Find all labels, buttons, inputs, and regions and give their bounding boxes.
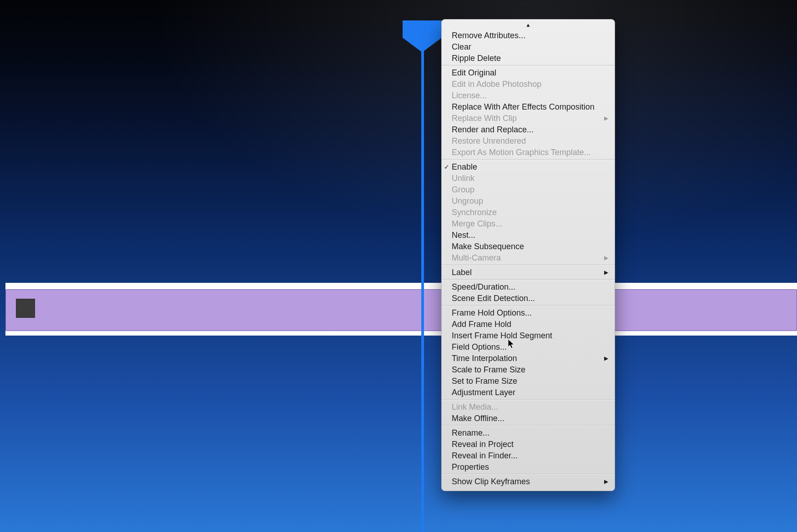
menu-item-render-and-replace[interactable]: Render and Replace... (442, 124, 615, 135)
menu-item-set-to-frame-size[interactable]: Set to Frame Size (442, 375, 615, 386)
menu-item-scale-to-frame-size[interactable]: Scale to Frame Size (442, 364, 615, 375)
menu-item-label: Time Interpolation (452, 354, 517, 363)
menu-item-add-frame-hold[interactable]: Add Frame Hold (442, 318, 615, 330)
menu-item-label: Multi-Camera (452, 253, 501, 262)
menu-item-label: Link Media... (452, 402, 498, 412)
check-icon: ✓ (444, 162, 450, 171)
menu-item-adjustment-layer[interactable]: Adjustment Layer (442, 386, 615, 398)
menu-item-restore-unrendered: Restore Unrendered (442, 135, 615, 146)
menu-item-label: Reveal in Finder... (452, 451, 518, 460)
menu-item-edit-original[interactable]: Edit Original (442, 67, 615, 78)
menu-item-label[interactable]: Label▶ (442, 266, 615, 278)
menu-item-remove-attributes[interactable]: Remove Attributes... (442, 30, 615, 41)
menu-item-ripple-delete[interactable]: Ripple Delete (442, 52, 615, 64)
menu-scroll-up-icon[interactable]: ▲ (442, 21, 615, 30)
menu-item-label: Enable (452, 162, 477, 171)
menu-item-label: Make Offline... (452, 414, 504, 423)
menu-item-export-as-motion-graphics-template: Export As Motion Graphics Template... (442, 146, 615, 158)
menu-item-clear[interactable]: Clear (442, 41, 615, 52)
menu-item-label: Label (452, 268, 472, 277)
menu-item-label: Make Subsequence (452, 242, 524, 251)
menu-separator (442, 159, 615, 160)
menu-item-label: Set to Frame Size (452, 376, 517, 386)
menu-item-reveal-in-finder[interactable]: Reveal in Finder... (442, 450, 615, 461)
app-background (0, 0, 797, 532)
menu-item-label: Merge Clips... (452, 219, 502, 228)
menu-item-label: Field Options... (452, 342, 507, 351)
menu-item-enable[interactable]: ✓Enable (442, 161, 615, 172)
menu-item-nest[interactable]: Nest... (442, 229, 615, 241)
clip-context-menu[interactable]: ▲ Remove Attributes...ClearRipple Delete… (441, 19, 615, 491)
menu-item-group: Group (442, 184, 615, 195)
menu-item-label: Replace With Clip (452, 114, 517, 123)
menu-item-label: Nest... (452, 231, 475, 240)
menu-item-merge-clips: Merge Clips... (442, 218, 615, 229)
menu-item-label: Render and Replace... (452, 125, 534, 134)
menu-item-label: Ungroup (452, 196, 483, 206)
menu-item-label: Group (452, 185, 474, 194)
menu-separator (442, 399, 615, 400)
submenu-arrow-icon: ▶ (604, 477, 608, 486)
submenu-arrow-icon: ▶ (604, 114, 608, 123)
menu-item-label: Edit in Adobe Photoshop (452, 80, 541, 89)
menu-item-ungroup: Ungroup (442, 195, 615, 206)
timeline-clip[interactable] (5, 289, 797, 331)
menu-item-label: Insert Frame Hold Segment (452, 331, 552, 340)
menu-separator (442, 65, 615, 65)
menu-item-label: Remove Attributes... (452, 31, 525, 40)
menu-item-label: Rename... (452, 428, 489, 437)
menu-item-label: Properties (452, 462, 489, 472)
menu-item-speed-duration[interactable]: Speed/Duration... (442, 281, 615, 292)
menu-item-label: Restore Unrendered (452, 136, 526, 146)
menu-item-field-options[interactable]: Field Options... (442, 341, 615, 352)
menu-item-rename[interactable]: Rename... (442, 427, 615, 438)
menu-item-frame-hold-options[interactable]: Frame Hold Options... (442, 307, 615, 318)
menu-item-label: Frame Hold Options... (452, 308, 532, 317)
menu-separator (442, 279, 615, 280)
menu-item-label: Speed/Duration... (452, 282, 515, 291)
menu-item-label: Add Frame Hold (452, 320, 511, 329)
menu-separator (442, 305, 615, 306)
menu-item-multi-camera: Multi-Camera▶ (442, 252, 615, 263)
menu-item-unlink: Unlink (442, 172, 615, 184)
menu-separator (442, 425, 615, 426)
menu-item-license: License... (442, 90, 615, 101)
menu-separator (442, 265, 615, 265)
menu-item-label: Scale to Frame Size (452, 365, 525, 374)
menu-item-label: Ripple Delete (452, 54, 501, 63)
menu-item-show-clip-keyframes[interactable]: Show Clip Keyframes▶ (442, 476, 615, 487)
menu-item-label: Synchronize (452, 208, 497, 217)
menu-item-label: Clear (452, 42, 471, 51)
menu-item-insert-frame-hold-segment[interactable]: Insert Frame Hold Segment (442, 330, 615, 341)
menu-item-edit-in-adobe-photoshop: Edit in Adobe Photoshop (442, 78, 615, 90)
menu-separator (442, 474, 615, 474)
menu-item-label: Edit Original (452, 68, 496, 77)
menu-item-make-offline[interactable]: Make Offline... (442, 412, 615, 424)
menu-item-synchronize: Synchronize (442, 206, 615, 218)
menu-item-time-interpolation[interactable]: Time Interpolation▶ (442, 352, 615, 364)
menu-item-label: Show Clip Keyframes (452, 477, 530, 486)
menu-item-label: Replace With After Effects Composition (452, 102, 595, 111)
menu-item-label: Reveal in Project (452, 440, 514, 449)
menu-item-label: License... (452, 91, 487, 100)
menu-item-replace-with-after-effects-composition[interactable]: Replace With After Effects Composition (442, 101, 615, 112)
menu-item-make-subsequence[interactable]: Make Subsequence (442, 241, 615, 252)
menu-item-label: Scene Edit Detection... (452, 294, 535, 303)
playhead-line[interactable] (421, 45, 424, 532)
menu-item-reveal-in-project[interactable]: Reveal in Project (442, 438, 615, 450)
menu-item-link-media: Link Media... (442, 401, 615, 412)
menu-item-label: Adjustment Layer (452, 388, 515, 397)
clip-thumbnail (16, 299, 35, 318)
submenu-arrow-icon: ▶ (604, 253, 608, 262)
menu-item-label: Unlink (452, 174, 474, 183)
menu-item-replace-with-clip: Replace With Clip▶ (442, 112, 615, 124)
menu-item-properties[interactable]: Properties (442, 461, 615, 472)
submenu-arrow-icon: ▶ (604, 354, 608, 363)
menu-item-label: Export As Motion Graphics Template... (452, 148, 591, 157)
submenu-arrow-icon: ▶ (604, 268, 608, 277)
menu-item-scene-edit-detection[interactable]: Scene Edit Detection... (442, 292, 615, 304)
